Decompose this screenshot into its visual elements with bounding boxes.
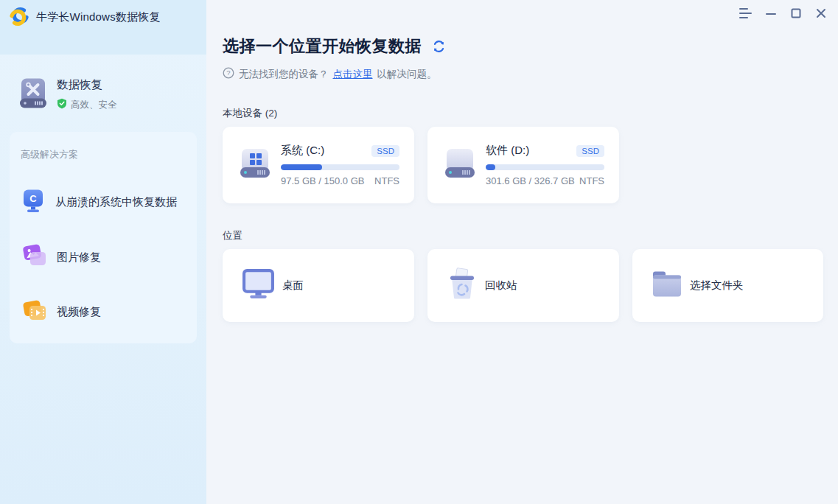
sidebar-item-photo-repair[interactable]: 图片修复 xyxy=(21,243,186,271)
page-title: 选择一个位置开始恢复数据 xyxy=(223,35,422,57)
recycle-bin-icon xyxy=(446,267,478,304)
sidebar: 牛学长Windows数据恢复 xyxy=(0,0,206,504)
location-cards-row: 桌面 xyxy=(223,249,838,322)
advanced-solutions-panel: 高级解决方案 C 从崩溃的系统中恢复数据 xyxy=(10,132,197,343)
minimize-button[interactable] xyxy=(763,5,778,21)
app-titlebar: 牛学长Windows数据恢复 xyxy=(0,0,206,55)
help-row: ? 无法找到您的设备？ 点击这里 以解决问题。 xyxy=(223,67,838,81)
photo-repair-icon xyxy=(21,243,47,271)
shield-check-icon xyxy=(57,98,67,112)
window-controls xyxy=(738,5,828,21)
ssd-badge: SSD xyxy=(371,145,399,157)
locations-header: 位置 xyxy=(223,229,838,242)
capacity-progress-bar xyxy=(281,164,399,170)
desktop-icon xyxy=(241,268,276,303)
maximize-button[interactable] xyxy=(788,5,803,21)
help-text-suffix: 以解决问题。 xyxy=(377,68,437,81)
drive-tools-icon xyxy=(18,77,48,113)
location-card-recycle-bin[interactable]: 回收站 xyxy=(427,249,619,322)
device-capacity: 301.6 GB / 326.7 GB xyxy=(486,175,575,186)
help-text-prefix: 无法找到您的设备？ xyxy=(239,68,329,81)
app-title: 牛学长Windows数据恢复 xyxy=(36,10,161,24)
close-button[interactable] xyxy=(813,5,828,21)
question-circle-icon: ? xyxy=(223,67,234,81)
sidebar-item-data-recovery[interactable]: 数据恢复 高效、安全 xyxy=(18,77,206,113)
device-cards-row: 系统 (C:) SSD 97.5 GB / 150.0 GB NTFS xyxy=(223,127,838,203)
device-name: 软件 (D:) xyxy=(486,144,529,158)
device-name: 系统 (C:) xyxy=(281,144,324,158)
help-link[interactable]: 点击这里 xyxy=(333,68,373,81)
capacity-progress-fill xyxy=(281,164,322,170)
crashed-system-icon: C xyxy=(21,188,46,217)
sidebar-item-subtitle: 高效、安全 xyxy=(71,99,117,111)
svg-text:?: ? xyxy=(226,69,230,77)
ssd-badge: SSD xyxy=(576,145,604,157)
advanced-solutions-header: 高级解决方案 xyxy=(21,148,186,161)
location-card-select-folder[interactable]: 选择文件夹 xyxy=(632,249,823,322)
device-card-software-d[interactable]: 软件 (D:) SSD 301.6 GB / 326.7 GB NTFS xyxy=(427,127,619,203)
location-label: 回收站 xyxy=(485,279,517,293)
data-drive-icon xyxy=(442,146,478,184)
sidebar-item-label: 数据恢复 xyxy=(57,77,117,93)
device-filesystem: NTFS xyxy=(579,175,604,186)
device-card-system-c[interactable]: 系统 (C:) SSD 97.5 GB / 150.0 GB NTFS xyxy=(223,127,414,203)
location-label: 选择文件夹 xyxy=(690,279,744,293)
system-drive-icon xyxy=(237,146,273,184)
sidebar-item-label: 图片修复 xyxy=(57,251,101,265)
sidebar-item-label: 视频修复 xyxy=(57,305,101,319)
video-repair-icon xyxy=(21,298,47,326)
location-card-desktop[interactable]: 桌面 xyxy=(223,249,414,322)
menu-button[interactable] xyxy=(738,5,753,21)
folder-icon xyxy=(651,269,683,302)
location-label: 桌面 xyxy=(282,279,304,293)
main-content: 选择一个位置开始恢复数据 ? 无法找到您的设备？ 点击这里 以解决问题。 xyxy=(206,0,838,504)
device-capacity: 97.5 GB / 150.0 GB xyxy=(281,175,364,186)
capacity-progress-fill xyxy=(486,164,495,170)
sidebar-item-video-repair[interactable]: 视频修复 xyxy=(21,298,186,326)
app-window: 牛学长Windows数据恢复 xyxy=(0,0,838,504)
device-filesystem: NTFS xyxy=(374,175,399,186)
app-logo-icon xyxy=(9,7,29,29)
refresh-icon[interactable] xyxy=(431,38,447,55)
svg-text:C: C xyxy=(29,193,37,204)
sidebar-item-label: 从崩溃的系统中恢复数据 xyxy=(55,195,177,209)
local-devices-header: 本地设备 (2) xyxy=(223,107,838,120)
capacity-progress-bar xyxy=(486,164,604,170)
sidebar-item-crashed-system-recovery[interactable]: C 从崩溃的系统中恢复数据 xyxy=(21,188,186,217)
